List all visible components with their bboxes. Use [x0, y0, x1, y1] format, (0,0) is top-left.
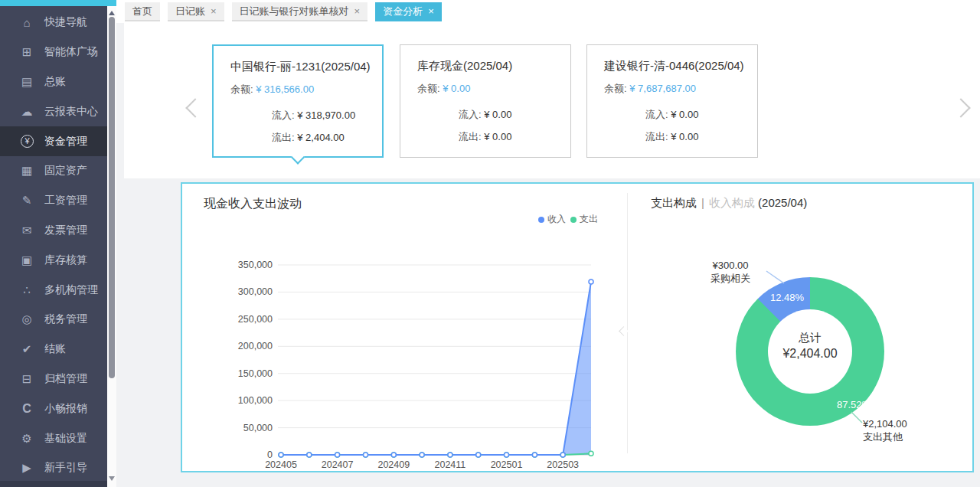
inventory-icon: ▣ [19, 253, 34, 267]
scroll-down-icon[interactable] [109, 476, 115, 481]
tab-journal[interactable]: 日记账 [168, 2, 224, 21]
sidebar-item-label: 库存核算 [44, 253, 87, 267]
expense-donut-chart[interactable]: 总计 ¥2,404.00 12.48% 87.52% [736, 277, 884, 426]
account-card-cash[interactable]: 库存现金(2025/04) 余额: ¥ 0.00 流入: ¥ 0.00 流出: … [400, 44, 571, 158]
carousel-next-icon[interactable] [956, 101, 971, 116]
scroll-up-icon[interactable] [109, 11, 115, 15]
svg-text:300,000: 300,000 [238, 286, 273, 297]
sidebar-item-inventory[interactable]: ▣ 库存核算 [0, 245, 107, 275]
close-icon[interactable] [211, 2, 217, 21]
tab-bar: 首页 日记账 日记账与银行对账单核对 资金分析 [116, 0, 980, 23]
donut-total-label: 总计 [736, 331, 884, 345]
tab-label: 资金分析 [383, 5, 423, 17]
legend-expense[interactable]: 支出 [570, 213, 598, 226]
svg-text:50,000: 50,000 [243, 423, 273, 433]
other-callout-name: 支出其他 [863, 430, 907, 443]
svg-text:202411: 202411 [435, 459, 466, 470]
sidebar-item-funds-mgmt[interactable]: ¥ 资金管理 [0, 126, 107, 156]
charts-panel: 现金收入支出波动 收入 支出 050,000100,000150,000200,… [181, 182, 974, 472]
balance-value: ¥ 316,566.00 [256, 83, 314, 95]
sidebar-item-general-ledger[interactable]: ▤ 总账 [0, 67, 107, 97]
outflow-label: 流出: [645, 131, 668, 142]
balance-value: ¥ 0.00 [443, 83, 470, 94]
sidebar-item-label: 工资管理 [44, 194, 87, 208]
tab-label: 日记账 [175, 5, 205, 17]
sidebar-item-multi-org[interactable]: ∴ 多机构管理 [0, 275, 107, 305]
sidebar-item-payroll[interactable]: ✎ 工资管理 [0, 186, 107, 216]
tab-funds-analysis[interactable]: 资金分析 [375, 2, 442, 21]
close-icon[interactable] [354, 2, 361, 21]
account-card-ccb-0446[interactable]: 建设银行-清-0446(2025/04) 余额: ¥ 7,687,687.00 … [586, 44, 758, 158]
fixed-assets-icon: ▦ [19, 164, 34, 178]
balance-row: 余额: ¥ 0.00 [417, 82, 470, 96]
svg-text:250,000: 250,000 [238, 314, 273, 325]
legend-label: 收入 [547, 213, 566, 226]
sidebar-menu: ⌂ 快捷导航 ⊞ 智能体广场 ▤ 总账 ☁ 云报表中心 ¥ 资金管理 ▦ 固定资… [0, 8, 107, 483]
carousel-prev-icon[interactable] [185, 101, 201, 116]
app-window: ⌂ 快捷导航 ⊞ 智能体广场 ▤ 总账 ☁ 云报表中心 ¥ 资金管理 ▦ 固定资… [0, 0, 980, 487]
legend-income[interactable]: 收入 [538, 213, 566, 226]
cloud-report-icon: ☁ [19, 105, 34, 119]
sidebar-item-closing[interactable]: ✔ 结账 [0, 335, 107, 364]
svg-text:100,000: 100,000 [238, 395, 273, 406]
sidebar-top-accent [0, 0, 116, 6]
balance-label: 余额: [230, 83, 253, 95]
chart-legend: 收入 支出 [538, 213, 598, 226]
selected-card-notch [291, 150, 305, 164]
sidebar-scrollbar[interactable] [107, 6, 116, 487]
sidebar-item-fixed-assets[interactable]: ▦ 固定资产 [0, 156, 107, 186]
sidebar-item-label: 多机构管理 [44, 283, 98, 297]
sidebar: ⌂ 快捷导航 ⊞ 智能体广场 ▤ 总账 ☁ 云报表中心 ¥ 资金管理 ▦ 固定资… [0, 0, 116, 487]
account-carousel: 中国银行-丽-1231(2025/04) 余额: ¥ 316,566.00 流入… [124, 23, 980, 178]
sidebar-item-beginner-guide[interactable]: ▶ 新手引导 [0, 453, 107, 483]
donut-center-text: 总计 ¥2,404.00 [736, 331, 884, 361]
outflow-row: 流出: ¥ 2,404.00 [272, 131, 345, 145]
payroll-icon: ✎ [19, 194, 34, 208]
svg-text:202503: 202503 [547, 459, 579, 470]
sidebar-item-quick-nav[interactable]: ⌂ 快捷导航 [0, 8, 107, 38]
sidebar-item-invoice-mgmt[interactable]: ✉ 发票管理 [0, 216, 107, 246]
toggle-income-composition[interactable]: 收入构成 [709, 196, 755, 209]
sidebar-item-tax-mgmt[interactable]: ◎ 税务管理 [0, 305, 107, 335]
inflow-label: 流入: [645, 109, 668, 120]
tab-journal-bank-check[interactable]: 日记账与银行对账单核对 [232, 2, 368, 21]
archive-icon: ⊟ [19, 372, 34, 386]
income-legend-dot-icon [538, 217, 544, 223]
sidebar-item-label: 新手引导 [44, 461, 87, 475]
inflow-row: 流入: ¥ 0.00 [645, 108, 698, 122]
sidebar-item-label: 智能体广场 [44, 45, 98, 59]
svg-text:150,000: 150,000 [238, 368, 273, 379]
tax-mgmt-icon: ◎ [19, 312, 34, 326]
svg-text:350,000: 350,000 [238, 260, 273, 270]
toggle-expense-composition[interactable]: 支出构成 [651, 196, 697, 209]
sidebar-item-archive[interactable]: ⊟ 归档管理 [0, 364, 107, 394]
svg-text:202409: 202409 [377, 459, 410, 470]
purchase-slice-pct: 12.48% [770, 292, 804, 303]
svg-text:202501: 202501 [491, 459, 523, 470]
title-period: (2025/04) [758, 196, 807, 209]
settings-icon: ⚙ [19, 432, 34, 446]
tab-home[interactable]: 首页 [125, 2, 160, 21]
sidebar-item-cloud-report[interactable]: ☁ 云报表中心 [0, 96, 107, 126]
sidebar-item-settings[interactable]: ⚙ 基础设置 [0, 423, 107, 453]
sidebar-item-label: 快捷导航 [44, 15, 87, 29]
cash-flow-line-chart[interactable]: 050,000100,000150,000200,000250,000300,0… [182, 230, 626, 471]
inflow-row: 流入: ¥ 0.00 [459, 108, 511, 122]
balance-label: 余额: [417, 83, 440, 94]
tab-label: 日记账与银行对账单核对 [240, 5, 349, 17]
close-icon[interactable] [428, 2, 434, 21]
invoice-mgmt-icon: ✉ [19, 224, 34, 237]
inflow-value: ¥ 0.00 [671, 109, 698, 120]
general-ledger-icon: ▤ [19, 75, 34, 89]
sidebar-item-agent-plaza[interactable]: ⊞ 智能体广场 [0, 38, 107, 67]
scrollbar-thumb[interactable] [109, 17, 115, 378]
closing-icon: ✔ [19, 342, 34, 356]
account-card-boc-1231[interactable]: 中国银行-丽-1231(2025/04) 余额: ¥ 316,566.00 流入… [212, 44, 384, 158]
purchase-callout: ¥300.00 采购相关 [695, 259, 766, 285]
purchase-callout-name: 采购相关 [695, 272, 766, 285]
svg-text:200,000: 200,000 [238, 341, 273, 351]
svg-text:0: 0 [267, 449, 273, 460]
svg-text:202405: 202405 [265, 459, 297, 470]
sidebar-item-reimburse[interactable]: C 小畅报销 [0, 394, 107, 423]
pie-chart-title: 支出构成|收入构成 (2025/04) [651, 196, 807, 211]
